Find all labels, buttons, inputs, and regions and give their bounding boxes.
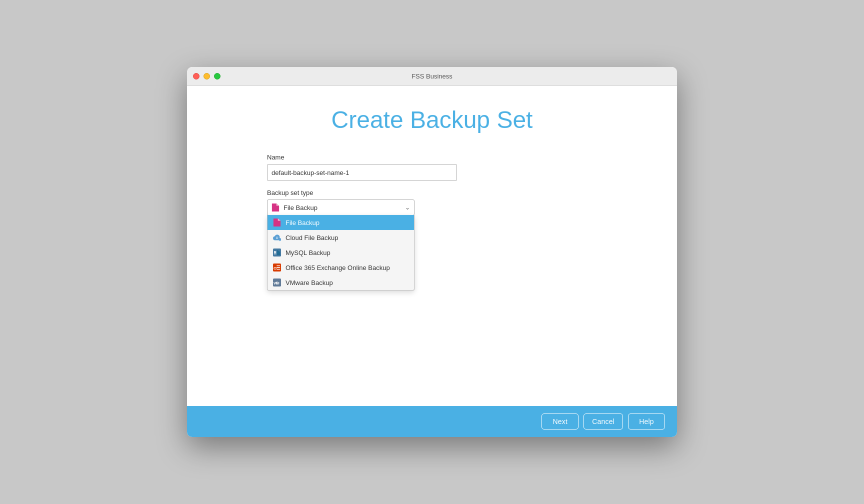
file-backup-label: File Backup [286, 219, 320, 226]
page-title: Create Backup Set [332, 106, 533, 134]
next-button[interactable]: Next [542, 414, 578, 430]
cloud-backup-icon [273, 234, 281, 242]
office365-backup-label: Office 365 Exchange Online Backup [286, 264, 390, 272]
svg-rect-6 [276, 267, 280, 268]
form-area: Name Backup set type File Backup ⌄ [267, 154, 457, 216]
backup-type-dropdown[interactable]: File Backup ⌄ File Backup [267, 200, 414, 216]
dropdown-item-office365-backup[interactable]: O Office 365 Exchange Online Backup [268, 260, 414, 275]
mysql-backup-label: MySQL Backup [286, 249, 330, 256]
svg-text:M: M [274, 251, 276, 256]
name-label: Name [267, 154, 457, 161]
vmware-backup-label: VMware Backup [286, 279, 333, 286]
mysql-backup-icon: M [273, 248, 281, 256]
main-content: Create Backup Set Name Backup set type F [187, 86, 677, 406]
file-backup-icon [273, 218, 281, 226]
backup-type-label: Backup set type [267, 189, 457, 196]
svg-rect-5 [276, 266, 280, 266]
maximize-button[interactable] [214, 73, 220, 80]
close-button[interactable] [193, 73, 200, 80]
dropdown-list: File Backup Cloud File Backup [267, 215, 414, 290]
vmware-backup-icon: VM [273, 278, 281, 286]
help-button[interactable]: Help [628, 414, 665, 430]
dropdown-selected-label: File Backup [284, 204, 318, 212]
cloud-backup-label: Cloud File Backup [286, 234, 338, 242]
traffic-lights [193, 73, 220, 80]
selected-file-icon [272, 204, 280, 212]
office365-backup-icon: O [273, 264, 281, 272]
main-window: FSS Business Create Backup Set Name Back… [187, 67, 677, 437]
dropdown-item-cloud-backup[interactable]: Cloud File Backup [268, 230, 414, 245]
svg-text:O: O [274, 266, 276, 270]
minimize-button[interactable] [204, 73, 210, 80]
svg-rect-7 [276, 269, 280, 270]
cancel-button[interactable]: Cancel [584, 414, 623, 430]
titlebar: FSS Business [187, 67, 677, 86]
dropdown-item-mysql-backup[interactable]: M MySQL Backup [268, 245, 414, 260]
footer-bar: Next Cancel Help [187, 406, 677, 437]
dropdown-selected-display[interactable]: File Backup ⌄ [267, 200, 414, 216]
chevron-down-icon: ⌄ [405, 204, 410, 211]
name-input[interactable] [267, 164, 457, 181]
dropdown-item-file-backup[interactable]: File Backup [268, 215, 414, 230]
window-title: FSS Business [412, 72, 452, 80]
dropdown-item-vmware-backup[interactable]: VM VMware Backup [268, 275, 414, 290]
